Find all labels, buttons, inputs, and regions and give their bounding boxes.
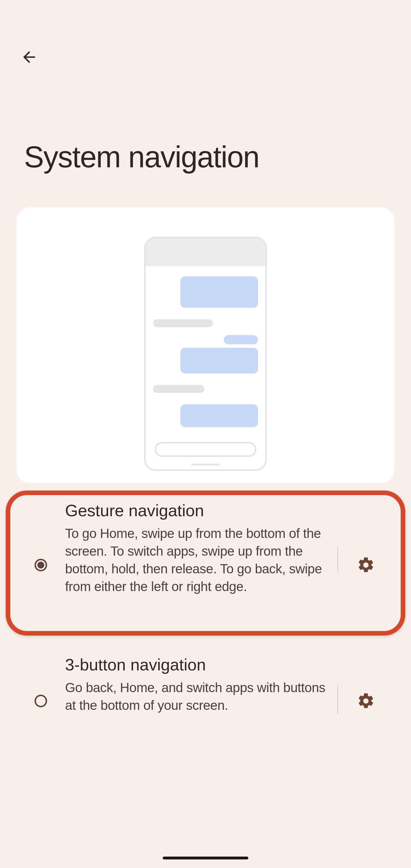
gesture-settings-button[interactable] [337,497,394,633]
page-title: System navigation [24,140,259,174]
radio-3button[interactable] [35,695,47,707]
option-text: 3-button navigation Go back, Home, and s… [65,652,337,714]
option-text: Gesture navigation To go Home, swipe up … [65,497,337,595]
gear-icon [357,692,375,710]
radio-column [17,497,65,633]
3button-settings-button[interactable] [337,652,394,750]
back-button[interactable] [19,47,39,67]
phone-illustration [144,237,267,471]
radio-gesture[interactable] [35,559,47,571]
home-indicator[interactable] [163,857,248,860]
gear-icon [357,556,375,574]
option-title: Gesture navigation [65,501,335,520]
option-title: 3-button navigation [65,655,335,674]
option-description: To go Home, swipe up from the bot­tom of… [65,525,335,595]
option-gesture-navigation[interactable]: Gesture navigation To go Home, swipe up … [17,497,394,633]
radio-column [17,652,65,750]
settings-screen: System navigation Gesture navigation [0,0,411,868]
option-3button-navigation[interactable]: 3-button navigation Go back, Home, and s… [17,652,394,750]
navigation-preview-card [17,207,394,483]
option-description: Go back, Home, and switch apps with butt… [65,679,335,714]
arrow-left-icon [20,48,38,66]
